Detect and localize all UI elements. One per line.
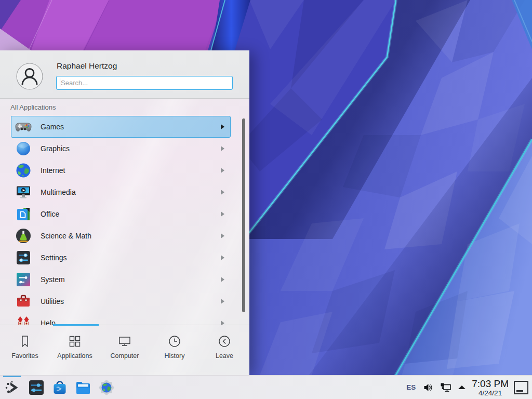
graphics-icon (15, 140, 32, 157)
menu-item-settings[interactable]: Settings (11, 247, 231, 269)
menu-item-science-math[interactable]: Science & Math (11, 225, 231, 247)
history-icon (167, 334, 182, 349)
application-launcher-menu: Raphael Hertzog All Applications (0, 50, 249, 375)
tab-history[interactable]: History (150, 325, 200, 375)
computer-icon (117, 334, 132, 349)
menu-item-label: Science & Math (41, 232, 91, 240)
tab-label: Computer (111, 352, 139, 360)
tab-computer[interactable]: Computer (100, 325, 150, 375)
utilities-icon (15, 293, 32, 310)
launcher-tabbar: Favorites Applications Computer (0, 325, 249, 375)
tab-label: Applications (57, 352, 92, 360)
leave-icon (217, 334, 232, 349)
show-desktop-button[interactable] (514, 381, 528, 394)
tab-label: Leave (216, 352, 233, 360)
submenu-arrow-icon (221, 211, 224, 217)
submenu-arrow-icon (221, 190, 224, 195)
submenu-arrow-icon (221, 168, 224, 173)
menu-item-label: Utilities (41, 297, 64, 305)
keyboard-layout-indicator[interactable]: ES (406, 383, 416, 391)
submenu-arrow-icon (221, 124, 224, 129)
application-launcher-button[interactable] (2, 376, 22, 399)
menu-item-label: Graphics (41, 144, 70, 153)
submenu-arrow-icon (221, 146, 224, 151)
applications-icon (68, 334, 82, 349)
menu-item-graphics[interactable]: Graphics (11, 138, 231, 159)
kde-launcher-icon (4, 380, 20, 395)
clock-date: 4/24/21 (478, 389, 502, 397)
tab-label: History (165, 352, 185, 360)
menu-item-office[interactable]: Office (11, 203, 231, 225)
launcher-header: Raphael Hertzog (0, 50, 249, 99)
section-label: All Applications (10, 103, 56, 111)
user-name: Raphael Hertzog (57, 61, 117, 71)
expand-tray-icon[interactable] (458, 385, 466, 389)
application-category-list: Games Graphics Internet (0, 116, 249, 325)
menu-item-internet[interactable]: Internet (11, 159, 231, 181)
menu-item-system[interactable]: System (11, 269, 231, 290)
submenu-arrow-icon (221, 233, 224, 238)
digital-clock[interactable]: 7:03 PM 4/24/21 (472, 378, 509, 397)
menu-item-label: Settings (41, 254, 67, 262)
discover-icon[interactable] (51, 379, 68, 396)
active-task-indicator (3, 376, 21, 377)
list-scrollbar[interactable] (242, 118, 245, 312)
tab-leave[interactable]: Leave (200, 325, 249, 375)
help-icon (15, 315, 32, 325)
games-icon (15, 118, 32, 135)
desktop: Raphael Hertzog All Applications (0, 0, 532, 399)
web-browser-icon[interactable] (98, 379, 115, 396)
file-manager-icon[interactable] (75, 379, 91, 396)
menu-item-games[interactable]: Games (11, 116, 231, 138)
volume-icon[interactable] (423, 382, 433, 393)
search-input[interactable] (56, 76, 233, 90)
settings-icon (15, 249, 32, 266)
menu-item-label: Internet (41, 166, 65, 175)
user-avatar[interactable] (16, 63, 43, 90)
clock-time: 7:03 PM (472, 378, 509, 389)
taskbar: ES 7:03 PM 4/2 (0, 375, 532, 399)
submenu-arrow-icon (221, 321, 224, 325)
office-icon (15, 206, 32, 222)
menu-item-utilities[interactable]: Utilities (11, 290, 231, 312)
system-tray: ES 7:03 PM 4/2 (406, 378, 528, 397)
submenu-arrow-icon (221, 277, 224, 282)
system-settings-icon[interactable] (28, 379, 45, 396)
internet-icon (15, 162, 32, 179)
menu-item-label: System (41, 275, 65, 284)
menu-item-label: Multimedia (41, 188, 76, 196)
submenu-arrow-icon (221, 255, 224, 260)
system-icon (15, 271, 32, 288)
network-icon[interactable] (440, 382, 451, 393)
tab-label: Favorites (11, 352, 38, 360)
submenu-arrow-icon (221, 299, 224, 304)
menu-item-label: Office (41, 210, 59, 218)
science-icon (15, 228, 32, 244)
favorites-icon (18, 334, 32, 349)
menu-item-label: Games (41, 123, 64, 131)
menu-item-help[interactable]: Help (11, 312, 231, 325)
multimedia-icon (15, 184, 32, 201)
tab-favorites[interactable]: Favorites (0, 325, 50, 375)
tab-applications[interactable]: Applications (50, 325, 100, 375)
text-cursor (60, 78, 60, 87)
menu-item-multimedia[interactable]: Multimedia (11, 181, 231, 203)
